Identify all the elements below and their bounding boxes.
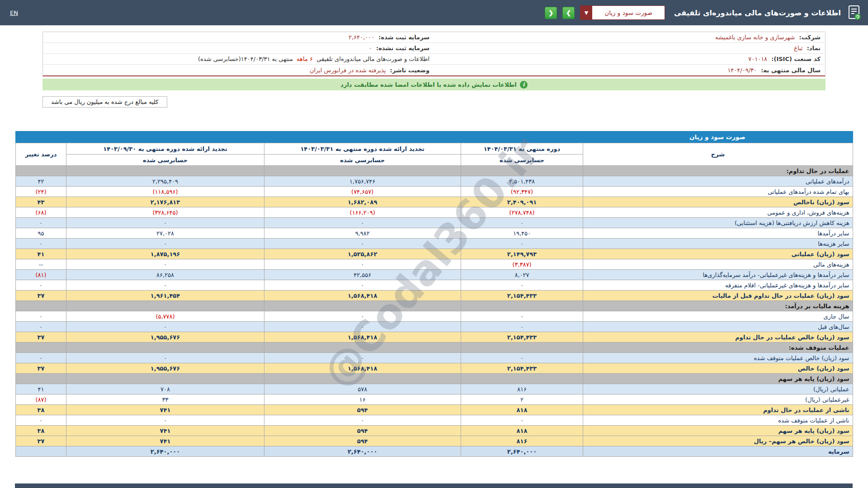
publisher-status-value: پذیرفته شده در فرابورس ایران xyxy=(310,67,386,74)
cell-value xyxy=(66,301,264,311)
nav-next-button[interactable]: ❯ xyxy=(562,7,575,19)
cell-value: ۲,۱۵۴,۴۳۳ xyxy=(461,363,583,374)
cell-value: ۰ xyxy=(66,259,264,270)
amounts-unit-note: کلیه مبالغ درج شده به میلیون ریال می باش… xyxy=(42,96,167,108)
row-label: سود (زیان) عملیات در حال تداوم قبل از ما… xyxy=(583,291,853,301)
nav-prev-button[interactable]: ❮ xyxy=(545,7,557,19)
row-label: هزینه‌های مالی xyxy=(583,259,853,270)
info-row-company: شرکت: شهرسازی و خانه سازی باغمیشه سرمایه… xyxy=(43,32,825,43)
info-icon: i xyxy=(520,81,528,89)
statement-section-row: هزینه مالیات بر درآمد: xyxy=(15,301,853,311)
cell-value: ۱,۵۲۵,۸۶۲ xyxy=(264,249,461,259)
cell-value: ۸۱۸ xyxy=(461,405,583,415)
cell-value: ۰ xyxy=(15,280,66,291)
cell-value: ۰ xyxy=(15,239,66,249)
statement-data-row: سود (زیان) خالص عملیات در حال تداوم۲,۱۵۴… xyxy=(15,332,853,343)
report-type-select[interactable]: صورت سود و زیان ▼ xyxy=(580,5,665,20)
cell-value: ۳۳ xyxy=(66,394,264,405)
col-header-change-percent: درصد تغییر xyxy=(15,143,66,166)
cell-value: ۱,۷۵۶,۷۴۶ xyxy=(264,176,461,187)
cell-value: ۲,۱۵۴,۴۳۳ xyxy=(461,332,583,343)
cell-value: ۹,۹۸۲ xyxy=(264,228,461,239)
cell-value: ۲,۴۰۹,۰۹۱ xyxy=(461,197,583,207)
row-label: غیرعملیاتی (ریال) xyxy=(583,394,853,405)
page-title: اطلاعات و صورت‌های مالی میاندوره‌ای تلفی… xyxy=(674,9,841,17)
cell-value: ۸۶,۲۵۸ xyxy=(66,270,264,280)
cell-value xyxy=(461,301,583,311)
cell-value xyxy=(264,374,461,384)
cell-value: ۰ xyxy=(264,322,461,332)
chevron-left-icon: ❮ xyxy=(548,9,553,16)
cell-value xyxy=(15,301,66,311)
top-navigation-bar: اطلاعات و صورت‌های مالی میاندوره‌ای تلفی… xyxy=(0,0,868,25)
cell-value: -- xyxy=(15,259,66,270)
row-label: عملیات متوقف شده: xyxy=(583,343,853,353)
cell-value: (۵,۷۷۸) xyxy=(66,311,264,322)
company-name[interactable]: شهرسازی و خانه سازی باغمیشه xyxy=(715,34,795,41)
company-label: شرکت: xyxy=(799,34,821,41)
cell-value: ۴۱ xyxy=(15,249,66,259)
cell-value: ۰ xyxy=(461,353,583,363)
row-label: هزینه‌های فروش، اداری و عمومی xyxy=(583,207,853,218)
cell-value: ۲,۱۷۶,۸۱۳ xyxy=(66,197,264,207)
row-label: سود (زیان) پایه هر سهم xyxy=(583,374,853,384)
isic-value: ۷۰۱۰۱۸ xyxy=(748,56,767,62)
cell-value: ۰ xyxy=(264,311,461,322)
cell-value xyxy=(15,446,66,457)
cell-value: ۸۱۶ xyxy=(461,436,583,446)
cell-value: ۱,۹۵۵,۶۷۶ xyxy=(66,332,264,343)
info-row-fiscal: سال مالی منتهی به: ۱۴۰۴/۰۹/۳۰ وضعیت ناشر… xyxy=(43,65,825,75)
cell-value: ۲,۶۴۰,۰۰۰ xyxy=(461,446,583,457)
cell-value: ۰ xyxy=(264,415,461,426)
language-toggle-link[interactable]: EN xyxy=(6,9,18,16)
cell-value xyxy=(66,343,264,353)
cell-value: ۷۴۱ xyxy=(66,405,264,415)
statement-data-row: سود (زیان) ناخالص۲,۴۰۹,۰۹۱۱,۶۸۲,۰۸۹۲,۱۷۶… xyxy=(15,197,853,207)
cell-value: ۸,۰۲۷ xyxy=(461,270,583,280)
chevron-right-icon: ❯ xyxy=(566,9,571,16)
period-note-months: ۶ ماهه xyxy=(297,56,313,62)
cell-value: ۴۳ xyxy=(15,197,66,207)
cell-value: ۴۲ xyxy=(15,176,66,187)
cell-value: ۵۹۴ xyxy=(264,405,461,415)
cell-value: ۰ xyxy=(15,311,66,322)
statement-data-row: سال جاری۰۰(۵,۷۷۸)۰ xyxy=(15,311,853,322)
info-row-symbol: نماد: ثباغ سرمایه ثبت نشده: ۰ xyxy=(43,43,825,54)
unregistered-capital-value: ۰ xyxy=(369,45,372,52)
cell-value: ۰ xyxy=(264,218,461,228)
cell-value xyxy=(66,166,264,176)
cell-value: ۲,۱۴۹,۷۹۳ xyxy=(461,249,583,259)
cell-value: (۷۴,۶۵۷) xyxy=(264,187,461,197)
cell-value xyxy=(15,343,66,353)
cell-value: ۱,۶۸۲,۰۸۹ xyxy=(264,197,461,207)
cell-value: ۰ xyxy=(461,218,583,228)
statement-data-row: سود (زیان) خالص عملیات متوقف شده۰۰۰۰ xyxy=(15,353,853,363)
cell-value: ۰ xyxy=(66,280,264,291)
cell-value: ۷۴۱ xyxy=(66,436,264,446)
cell-value: ۳۷ xyxy=(15,363,66,374)
unregistered-capital-label: سرمایه ثبت نشده: xyxy=(376,45,429,52)
statement-data-row: درآمدهای عملیاتی۲,۵۰۱,۴۳۸۱,۷۵۶,۷۴۶۲,۲۹۵,… xyxy=(15,176,853,187)
cell-value: ۰ xyxy=(15,415,66,426)
cell-value: ۱,۸۷۵,۱۹۶ xyxy=(66,249,264,259)
report-icon[interactable] xyxy=(846,5,862,21)
cell-value: ۰ xyxy=(15,218,66,228)
cell-value: ۲,۶۴۰,۰۰۰ xyxy=(264,446,461,457)
statement-data-row: سایر درآمدها و هزینه‌های غیرعملیاتی- اقل… xyxy=(15,280,853,291)
audited-label: حسابرسی شده xyxy=(66,155,264,166)
statement-data-row: سود (زیان) عملیات در حال تداوم قبل از ما… xyxy=(15,291,853,301)
row-label: سود (زیان) خالص xyxy=(583,363,853,374)
statement-data-row: هزینه کاهش ارزش دریافتنی‌ها (هزینه استثن… xyxy=(15,218,853,228)
cell-value xyxy=(15,374,66,384)
col-header-current-period: دوره منتهی به ۱۴۰۴/۰۳/۳۱ xyxy=(461,143,583,155)
statement-data-row: سال‌های قبل۰۰۰۰ xyxy=(15,322,853,332)
cell-value: ۳۷ xyxy=(15,291,66,301)
info-row-isic: کد صنعت (ISIC): ۷۰۱۰۱۸ اطلاعات و صورت‌ها… xyxy=(43,54,825,65)
cell-value xyxy=(461,343,583,353)
audited-label: حسابرسی شده xyxy=(264,155,461,166)
statement-data-row: سود (زیان) خالص۲,۱۵۴,۴۳۳۱,۵۶۸,۴۱۸۱,۹۵۵,۶… xyxy=(15,363,853,374)
company-info-card: شرکت: شهرسازی و خانه سازی باغمیشه سرمایه… xyxy=(42,32,826,76)
row-label: سال‌های قبل xyxy=(583,322,853,332)
registered-capital-value: ۲,۶۴۰,۰۰۰ xyxy=(349,34,374,41)
statement-table: شرح دوره منتهی به ۱۴۰۴/۰۳/۳۱ تجدید ارائه… xyxy=(15,143,853,457)
